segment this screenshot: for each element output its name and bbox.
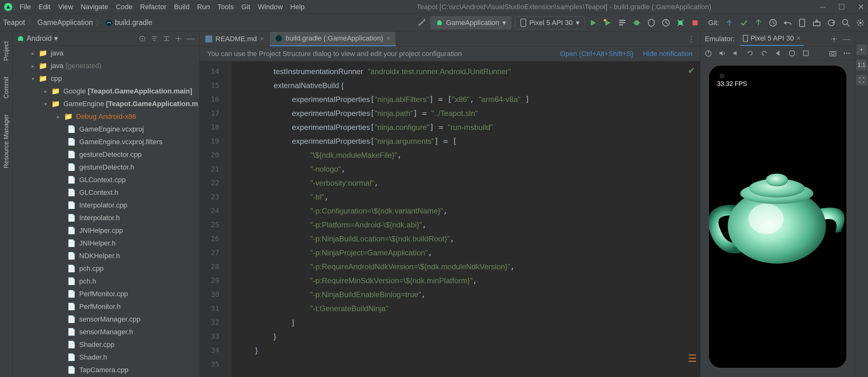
tree-file[interactable]: 📄gestureDetector.cpp xyxy=(13,148,199,161)
attach-debugger-icon[interactable] xyxy=(676,19,685,27)
device-dropdown[interactable]: Pixel 5 API 30 ▾ xyxy=(515,17,585,29)
sync-icon[interactable] xyxy=(827,19,836,27)
breadcrumb-project[interactable]: Teapot xyxy=(3,19,25,27)
run-icon[interactable] xyxy=(589,19,597,27)
rotate-right-icon[interactable] xyxy=(760,49,768,57)
hide-notification-link[interactable]: Hide notification xyxy=(643,50,692,58)
back-icon[interactable] xyxy=(774,49,782,57)
menu-help[interactable]: Help xyxy=(287,2,308,12)
run-config-dropdown[interactable]: GameApplication ▾ xyxy=(431,17,511,29)
menu-view[interactable]: View xyxy=(55,2,76,12)
emulator-device-tab[interactable]: Pixel 5 API 30 × xyxy=(740,32,804,46)
tree-file[interactable]: 📄Shader.h xyxy=(13,351,199,364)
project-mode-dropdown[interactable]: Android ▾ xyxy=(17,34,58,43)
power-icon[interactable] xyxy=(704,49,712,57)
gear-icon[interactable] xyxy=(831,35,838,42)
overview-icon[interactable] xyxy=(802,49,810,57)
menu-window[interactable]: Window xyxy=(255,2,286,12)
hide-panel-icon[interactable]: — xyxy=(187,34,195,43)
tree-folder-java[interactable]: ▸📁java xyxy=(13,47,199,60)
search-icon[interactable] xyxy=(841,19,850,27)
code-map-icon[interactable]: ☰ xyxy=(688,352,697,364)
apply-code-changes-icon[interactable] xyxy=(618,19,627,27)
tree-file[interactable]: 📄TapCamera.cpp xyxy=(13,364,199,376)
tree-file[interactable]: 📄GLContext.cpp xyxy=(13,174,199,186)
tree-file[interactable]: 📄NDKHelper.h xyxy=(13,250,199,262)
menu-code[interactable]: Code xyxy=(113,2,136,12)
emulator-screen[interactable]: 33.32 FPS xyxy=(708,65,847,369)
rotate-left-icon[interactable] xyxy=(746,49,754,57)
volume-up-icon[interactable] xyxy=(718,49,726,57)
git-commit-icon[interactable] xyxy=(739,19,748,27)
tree-file[interactable]: 📄Interpolator.cpp xyxy=(13,199,199,212)
tree-file[interactable]: 📄GameEngine.vcxproj.filters xyxy=(13,135,199,148)
hide-panel-icon[interactable]: — xyxy=(843,34,850,43)
git-rollback-icon[interactable] xyxy=(783,19,792,27)
sdk-manager-icon[interactable] xyxy=(812,19,821,27)
open-project-structure-link[interactable]: Open (Ctrl+Alt+Shift+S) xyxy=(560,50,633,58)
debug-icon[interactable] xyxy=(632,19,641,27)
tab-overflow-icon[interactable]: ⋮ xyxy=(687,34,695,43)
tree-file[interactable]: 📄pch.h xyxy=(13,275,199,288)
menu-run[interactable]: Run xyxy=(194,2,213,12)
breadcrumb-file[interactable]: build.gradle xyxy=(115,19,152,27)
gear-icon[interactable] xyxy=(175,35,182,42)
tree-folder-cpp[interactable]: ▾📁cpp xyxy=(13,72,199,85)
tree-file[interactable]: 📄sensorManager.h xyxy=(13,326,199,338)
git-push-icon[interactable] xyxy=(754,19,763,27)
minimize-icon[interactable]: ─ xyxy=(820,3,826,11)
tree-file[interactable]: 📄sensorManager.cpp xyxy=(13,313,199,326)
tool-commit[interactable]: Commit xyxy=(3,73,10,102)
tree-file[interactable]: 📄JNIHelper.h xyxy=(13,237,199,250)
tree-file[interactable]: 📄PerfMonitor.cpp xyxy=(13,288,199,300)
target-icon[interactable] xyxy=(138,35,146,42)
menu-tools[interactable]: Tools xyxy=(214,2,237,12)
tree-file[interactable]: 📄pch.cpp xyxy=(13,262,199,275)
close-icon[interactable]: ✕ xyxy=(858,3,864,11)
tree-file[interactable]: 📄GLContext.h xyxy=(13,186,199,199)
line-gutter[interactable]: 14 15 16 17 18 19 20 21 22 23 24 25 26 2… xyxy=(199,61,224,377)
code-editor[interactable]: testInstrumentationRunner "androidx.test… xyxy=(231,61,700,377)
tree-file[interactable]: 📄Interpolator.h xyxy=(13,212,199,224)
git-update-icon[interactable] xyxy=(725,19,734,27)
tree-file[interactable]: 📄GameEngine.vcxproj xyxy=(13,123,199,135)
tab-build-gradle[interactable]: build.gradle (:GameApplication) × xyxy=(270,32,396,46)
close-tab-icon[interactable]: × xyxy=(260,35,264,42)
tool-resource-manager[interactable]: Resource Manager xyxy=(3,111,10,171)
menu-build[interactable]: Build xyxy=(171,2,193,12)
home-icon[interactable] xyxy=(788,49,796,57)
zoom-in-button[interactable]: + xyxy=(856,44,867,55)
hammer-icon[interactable] xyxy=(417,19,426,27)
screenshot-icon[interactable] xyxy=(829,49,837,57)
menu-file[interactable]: File xyxy=(17,2,34,12)
git-history-icon[interactable] xyxy=(769,19,777,27)
tree-folder-debug[interactable]: ▸📁Debug.Android-x86 xyxy=(13,110,199,123)
close-icon[interactable]: × xyxy=(797,34,801,42)
coverage-icon[interactable] xyxy=(647,19,656,27)
breadcrumb-module[interactable]: GameApplication xyxy=(37,19,93,27)
apply-changes-icon[interactable] xyxy=(603,19,612,27)
menu-navigate[interactable]: Navigate xyxy=(78,2,112,12)
profiler-icon[interactable] xyxy=(661,19,670,27)
tree-file[interactable]: 📄gestureDetector.h xyxy=(13,161,199,174)
tab-readme[interactable]: README.md × xyxy=(199,32,270,46)
tree-file[interactable]: 📄Shader.cpp xyxy=(13,338,199,351)
maximize-icon[interactable]: ☐ xyxy=(838,3,845,11)
tree-file[interactable]: 📄PerfMonitor.h xyxy=(13,300,199,313)
stop-icon[interactable] xyxy=(691,19,700,27)
menu-refactor[interactable]: Refactor xyxy=(137,2,169,12)
tree-folder-java-gen[interactable]: ▸📁java (generated) xyxy=(13,60,199,72)
tool-project[interactable]: Project xyxy=(3,38,10,64)
inspection-ok-icon[interactable]: ✔ xyxy=(688,65,695,76)
avd-manager-icon[interactable] xyxy=(798,19,807,27)
tree-folder-google[interactable]: ▸📁Google [Teapot.GameApplication.main] xyxy=(13,85,199,98)
collapse-icon[interactable] xyxy=(162,35,170,42)
tree-file[interactable]: 📄JNIHelper.cpp xyxy=(13,224,199,237)
more-icon[interactable] xyxy=(843,49,851,57)
sort-icon[interactable] xyxy=(151,35,158,42)
volume-down-icon[interactable] xyxy=(732,49,740,57)
menu-git[interactable]: Git xyxy=(238,2,253,12)
close-tab-icon[interactable]: × xyxy=(386,35,390,42)
tree-folder-gameengine[interactable]: ▾📁GameEngine [Teapot.GameApplication.m xyxy=(13,98,199,110)
settings-icon[interactable] xyxy=(856,19,865,27)
